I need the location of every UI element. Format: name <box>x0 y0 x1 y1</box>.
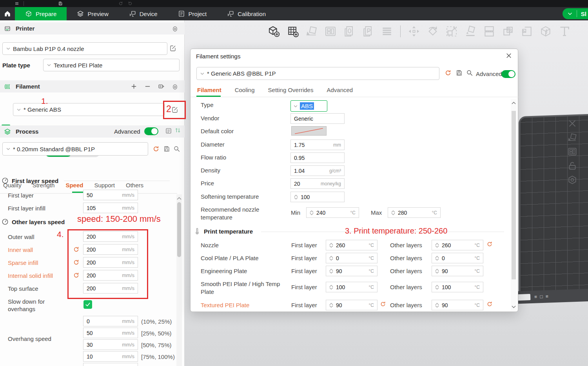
move-button[interactable] <box>406 23 422 40</box>
tab-filament[interactable]: Filament <box>197 87 221 93</box>
textured-pei-other-layers-input[interactable]: 90°C <box>432 300 483 310</box>
remove-filament-icon[interactable] <box>144 83 151 90</box>
first-layer-infill-input[interactable]: 105mm/s <box>83 203 138 213</box>
dialog-preset-select[interactable]: * Generic ABS @BBL P1P <box>196 67 439 80</box>
overhang-speed-input-3[interactable]: 30mm/s <box>83 339 138 350</box>
printer-gear-icon[interactable] <box>172 25 178 32</box>
tab-setting-overrides[interactable]: Setting Overrides <box>268 87 314 93</box>
dialog-search-button[interactable] <box>466 69 473 76</box>
filament-gear-icon[interactable] <box>172 83 178 90</box>
arrange-button[interactable] <box>323 23 338 40</box>
smooth-pei-first-layer-input[interactable]: 100°C <box>326 282 377 292</box>
tab-advanced[interactable]: Advanced <box>327 87 353 93</box>
add-filament-icon[interactable] <box>131 83 137 90</box>
dialog-reset-button[interactable] <box>445 69 452 76</box>
spinner-arrows[interactable] <box>294 194 298 200</box>
add-plate-button[interactable] <box>285 23 301 40</box>
process-save-button[interactable] <box>163 145 170 152</box>
compare-presets-button[interactable] <box>175 127 181 133</box>
object-list-button[interactable] <box>379 23 395 40</box>
process-reset-button[interactable] <box>152 145 160 152</box>
scroll-up-icon[interactable] <box>512 101 516 105</box>
scale-button[interactable] <box>444 23 459 40</box>
reset-icon[interactable] <box>380 301 386 307</box>
undo-icon[interactable] <box>118 1 123 6</box>
menu-icon[interactable] <box>14 1 20 6</box>
density-input[interactable]: 1.04g/cm³ <box>290 165 345 176</box>
save-project-icon[interactable] <box>58 1 63 6</box>
min-temp-input[interactable]: 240°C <box>306 207 359 218</box>
boolean-button[interactable] <box>500 23 516 40</box>
slow-down-overhangs-checkbox[interactable] <box>83 300 92 309</box>
textured-pei-first-layer-input[interactable]: 90°C <box>326 300 377 310</box>
tab-project[interactable]: Project <box>168 7 217 20</box>
vendor-input[interactable]: Generic <box>290 113 345 124</box>
first-layer-input[interactable]: 50mm/s <box>83 190 138 200</box>
cool-plate-other-layers-input[interactable]: 0°C <box>432 253 483 263</box>
dialog-advanced-toggle[interactable] <box>501 70 515 78</box>
sidebar-scrollbar[interactable] <box>176 194 182 366</box>
close-icon[interactable] <box>505 52 512 59</box>
plate-type-select[interactable]: Textured PEI Plate <box>43 59 180 71</box>
text-tool-button[interactable] <box>557 23 572 40</box>
flow-ratio-input[interactable]: 0.95 <box>290 152 345 163</box>
nozzle-first-layer-input[interactable]: 260°C <box>326 240 377 250</box>
reset-icon[interactable] <box>486 301 493 307</box>
printer-preset-select[interactable]: Bambu Lab P1P 0.4 nozzle <box>2 42 167 55</box>
auto-orient-button[interactable] <box>304 23 319 40</box>
slice-dropdown-chevron-icon[interactable] <box>567 11 573 16</box>
plate-name-box[interactable] <box>516 294 531 301</box>
spinner-arrows[interactable] <box>391 210 395 216</box>
smooth-pei-other-layers-input[interactable]: 100°C <box>432 282 483 292</box>
split-button[interactable] <box>481 23 497 40</box>
dialog-scrollbar[interactable] <box>511 99 517 311</box>
reset-icon[interactable] <box>486 241 493 247</box>
parameter-table-button[interactable] <box>165 127 172 134</box>
overhang-speed-input-4[interactable]: 10mm/s <box>83 351 138 362</box>
spinner-arrows[interactable] <box>310 210 314 216</box>
price-input[interactable]: 20money/kg <box>290 178 345 189</box>
scroll-up-icon[interactable] <box>177 196 181 201</box>
plate-auto-orient-button[interactable] <box>566 132 578 143</box>
rotate-button[interactable] <box>425 23 441 40</box>
tab-calibration[interactable]: Calibration <box>217 7 276 20</box>
split-parts-button[interactable] <box>538 23 554 40</box>
process-preset-select[interactable]: * 0.20mm Standard @BBL P1P <box>2 142 148 156</box>
tab-device[interactable]: Device <box>119 7 168 20</box>
partial-input[interactable] <box>83 363 138 366</box>
redo-icon[interactable] <box>127 1 133 6</box>
default-color-swatch[interactable] <box>291 126 327 136</box>
filament-preset-select[interactable]: * Generic ABS <box>13 103 165 116</box>
plate-settings-button[interactable] <box>566 174 578 186</box>
dialog-save-button[interactable] <box>456 69 463 76</box>
max-temp-input[interactable]: 280°C <box>388 207 441 218</box>
overhang-speed-input-2[interactable]: 50mm/s <box>83 328 138 338</box>
engineering-plate-other-layers-input[interactable]: 90°C <box>432 266 483 276</box>
nozzle-other-layers-input[interactable]: 260°C <box>432 240 483 250</box>
ams-sync-icon[interactable] <box>158 83 165 90</box>
softening-temp-input[interactable]: 100 <box>290 192 345 202</box>
fill-button[interactable] <box>519 23 535 40</box>
import-3mf-button[interactable] <box>360 23 376 40</box>
import-stl-button[interactable] <box>341 23 357 40</box>
tab-cooling[interactable]: Cooling <box>235 87 255 93</box>
overhang-speed-input-1[interactable]: 0mm/s <box>83 316 138 326</box>
engineering-plate-first-layer-input[interactable]: 90°C <box>326 266 377 276</box>
cool-plate-first-layer-input[interactable]: 0°C <box>326 253 377 263</box>
process-search-button[interactable] <box>173 145 180 152</box>
lay-flat-button[interactable] <box>463 23 478 40</box>
plate-lock-button[interactable] <box>566 160 578 172</box>
tab-preview[interactable]: Preview <box>67 7 118 20</box>
printer-edit-button[interactable] <box>169 45 176 52</box>
diameter-input[interactable]: 1.75mm <box>290 140 345 150</box>
plate-arrange-button[interactable] <box>566 146 578 158</box>
home-button[interactable] <box>0 7 15 20</box>
delete-plate-button[interactable] <box>566 118 578 129</box>
scroll-down-icon[interactable] <box>512 305 516 309</box>
tab-prepare[interactable]: Prepare <box>15 7 67 20</box>
scrollbar-thumb[interactable] <box>512 111 516 279</box>
slice-plate-button[interactable]: Sl <box>563 8 588 19</box>
add-model-button[interactable] <box>266 23 282 40</box>
advanced-mode-toggle[interactable] <box>144 127 158 135</box>
type-select[interactable]: ABS <box>290 100 327 112</box>
